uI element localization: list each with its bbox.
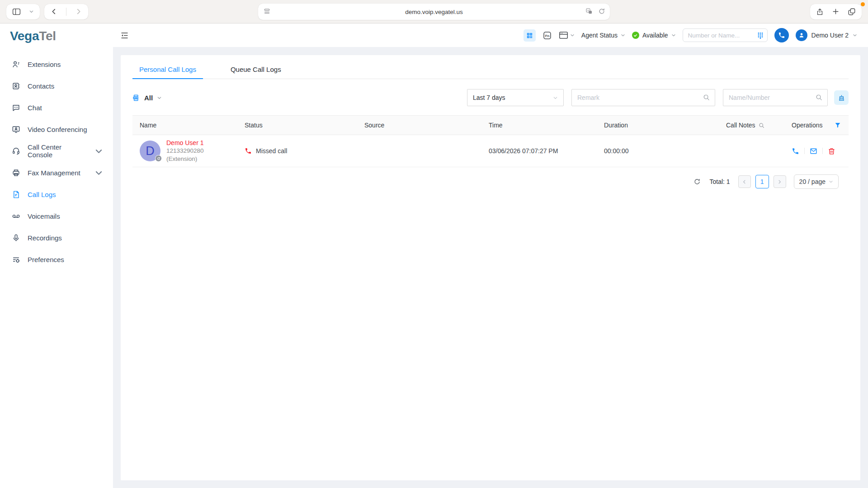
new-tab-icon[interactable]: [832, 8, 840, 15]
search-icon[interactable]: [759, 122, 764, 128]
tab-queue-call-logs[interactable]: Queue Call Logs: [224, 61, 288, 79]
user-menu[interactable]: Demo User 2: [796, 29, 857, 41]
divider: [804, 148, 805, 154]
column-header-name[interactable]: Name: [132, 122, 237, 129]
sidebar-toggle-icon[interactable]: [12, 8, 21, 15]
call-back-icon[interactable]: [792, 147, 799, 155]
availability-dropdown[interactable]: Available: [632, 32, 676, 39]
chevron-down-icon: [829, 179, 833, 184]
chevron-down-icon: [94, 147, 103, 155]
sidebar-item-call-center-console[interactable]: Call Center Console: [0, 140, 113, 162]
translate-icon[interactable]: [585, 8, 593, 15]
sidebar-item-preferences[interactable]: Preferences: [0, 249, 113, 270]
app-header: Fn Agent Status Available: [113, 23, 868, 47]
group-rows-icon: [132, 94, 140, 102]
pagination: Total: 1 1 20 / page: [132, 174, 849, 189]
chevron-down-icon: [157, 95, 162, 100]
sidebar-item-recordings[interactable]: Recordings: [0, 227, 113, 249]
refresh-icon[interactable]: [693, 178, 701, 185]
vegatel-logo: VegaTel: [0, 23, 113, 49]
search-icon[interactable]: [816, 94, 822, 101]
sidebar-item-label: Call Center Console: [28, 143, 87, 159]
sidebar-item-chat[interactable]: Chat: [0, 97, 113, 118]
sidebar-item-label: Extensions: [28, 61, 61, 68]
back-icon[interactable]: [50, 8, 58, 15]
column-header-source[interactable]: Source: [357, 122, 481, 129]
remark-input[interactable]: [571, 89, 715, 106]
delete-icon[interactable]: [828, 147, 835, 155]
fn-icon[interactable]: Fn: [542, 31, 552, 40]
dialpad-icon[interactable]: [757, 32, 764, 39]
mail-icon[interactable]: [810, 147, 817, 155]
browser-actions: [810, 4, 862, 19]
browser-chrome: demo.voip.vegatel.us: [0, 0, 868, 23]
sidebar-item-voicemails[interactable]: Voicemails: [0, 205, 113, 227]
caller-name[interactable]: Demo User 1: [166, 139, 204, 147]
sidebar-item-video-conferencing[interactable]: Video Conferencing: [0, 118, 113, 140]
sidebar-item-call-logs[interactable]: Call Logs: [0, 183, 113, 205]
scope-label: All: [144, 94, 153, 102]
window-icon: [559, 31, 568, 39]
extension-badge-icon: [155, 155, 162, 162]
prev-page-button[interactable]: [738, 175, 751, 188]
column-header-duration[interactable]: Duration: [597, 122, 719, 129]
status-cell: Missed call: [237, 147, 357, 155]
sidebar-item-contacts[interactable]: Contacts: [0, 75, 113, 97]
scope-dropdown[interactable]: All: [132, 94, 162, 102]
sidebar-item-label: Fax Management: [28, 169, 80, 177]
duration-cell: 00:00:00: [597, 147, 719, 155]
address-url[interactable]: demo.voip.vegatel.us: [405, 9, 463, 15]
window-selector[interactable]: [559, 31, 575, 39]
phone-call-button[interactable]: [774, 28, 789, 42]
avatar-letter: D: [146, 144, 155, 158]
call-logs-tabs: Personal Call Logs Queue Call Logs: [132, 55, 849, 79]
recording-indicator-dot: [861, 2, 865, 6]
nav-buttons: [44, 4, 88, 19]
reload-icon[interactable]: [598, 8, 605, 15]
sidebar-item-extensions[interactable]: Extensions: [0, 53, 113, 75]
logo-part-tel: Tel: [39, 29, 56, 43]
address-bar[interactable]: demo.voip.vegatel.us: [258, 4, 610, 20]
share-icon[interactable]: [816, 8, 824, 16]
page-settings-icon[interactable]: [263, 8, 271, 15]
page-size-select[interactable]: 20 / page: [794, 174, 839, 189]
tab-personal-call-logs[interactable]: Personal Call Logs: [132, 61, 203, 79]
number-or-name-input[interactable]: [683, 28, 768, 42]
filter-funnel-icon[interactable]: [834, 122, 841, 129]
sidebar-item-label: Contacts: [28, 82, 54, 90]
sidebar-item-fax-management[interactable]: Fax Management: [0, 162, 113, 183]
sidebar-item-label: Recordings: [28, 234, 62, 242]
fax-icon: [12, 169, 20, 177]
user-icon: [796, 29, 807, 41]
column-header-operations: Operations: [784, 122, 849, 129]
divider: [66, 8, 66, 16]
sidebar-item-label: Chat: [28, 104, 42, 112]
chevron-down-icon: [94, 169, 103, 177]
forward-icon[interactable]: [75, 8, 82, 15]
time-cell: 03/06/2026 07:07:27 PM: [481, 147, 597, 155]
date-range-select[interactable]: Last 7 days: [467, 89, 564, 106]
collapse-sidebar-icon[interactable]: [120, 32, 129, 39]
call-logs-card: Personal Call Logs Queue Call Logs All L…: [121, 55, 860, 480]
caller-number-type: (Extension): [166, 155, 204, 163]
name-number-input[interactable]: [723, 89, 828, 106]
column-header-status[interactable]: Status: [237, 122, 357, 129]
chevron-down-icon: [853, 33, 857, 38]
tabs-icon[interactable]: [848, 8, 856, 16]
availability-label: Available: [642, 32, 668, 39]
chevron-down-icon[interactable]: [29, 9, 34, 14]
voicemail-icon: [12, 212, 20, 221]
sidebar-item-label: Voicemails: [28, 212, 60, 220]
table-row[interactable]: D Demo User 1 12133290280 (Extension): [132, 135, 849, 167]
column-header-time[interactable]: Time: [481, 122, 597, 129]
app-frame: VegaTel Extensions Contacts Chat Video C…: [0, 23, 868, 488]
search-icon[interactable]: [703, 94, 710, 101]
table-header: Name Status Source Time Duration Call No…: [132, 115, 849, 135]
next-page-button[interactable]: [774, 175, 786, 188]
clear-filter-icon[interactable]: [834, 90, 849, 105]
column-header-call-notes[interactable]: Call Notes: [719, 122, 784, 129]
chat-icon: [12, 103, 20, 112]
page-number-button[interactable]: 1: [755, 175, 769, 188]
qr-scan-icon[interactable]: [524, 29, 536, 42]
agent-status-dropdown[interactable]: Agent Status: [581, 32, 625, 39]
